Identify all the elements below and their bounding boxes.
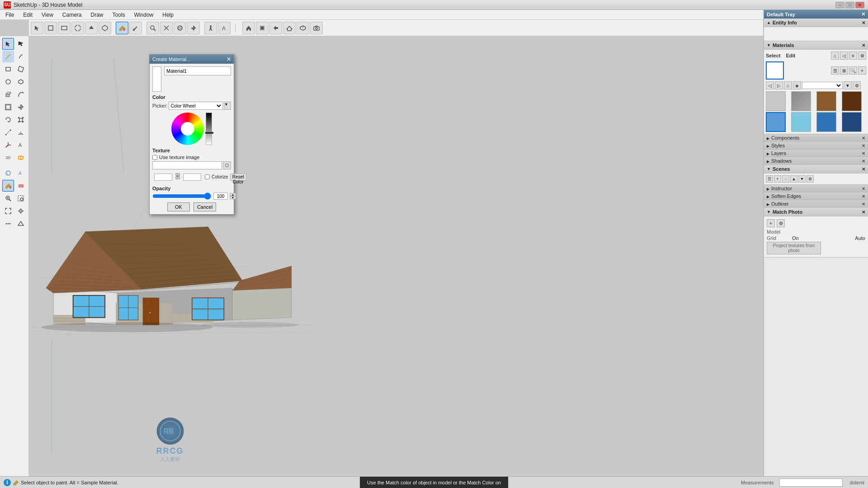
tool-followme[interactable] <box>15 89 27 100</box>
styles-close[interactable]: ✕ <box>862 143 865 148</box>
tool-3d[interactable] <box>99 22 111 34</box>
swatch-default[interactable] <box>766 91 786 111</box>
mat-details[interactable]: ⚙ <box>853 81 861 89</box>
tool-scale[interactable] <box>15 114 27 126</box>
menu-draw[interactable]: Draw <box>87 11 107 19</box>
instructor-section[interactable]: Instructor ✕ <box>764 185 868 192</box>
texture-browse-btn[interactable] <box>223 161 231 169</box>
entity-info-close[interactable]: ✕ <box>862 20 865 25</box>
saturation-bar[interactable] <box>206 113 212 145</box>
menu-help[interactable]: Help <box>159 11 177 19</box>
measurements-input[interactable] <box>779 479 843 487</box>
tool-select2[interactable] <box>44 22 57 34</box>
scene-add-btn[interactable]: + <box>774 175 781 183</box>
scenes-header[interactable]: ▼ Scenes ✕ <box>764 165 868 174</box>
tool-polygon[interactable] <box>15 76 27 88</box>
materials-close[interactable]: ✕ <box>862 43 865 48</box>
styles-section[interactable]: Styles ✕ <box>764 142 868 150</box>
texture-height-input[interactable] <box>183 174 201 181</box>
swatch-darkbrown[interactable] <box>842 91 862 111</box>
swatch-lightblue[interactable] <box>791 112 811 132</box>
colorize-checkbox[interactable] <box>205 174 210 179</box>
tool-offset[interactable] <box>2 101 14 113</box>
tool-more2[interactable] <box>15 218 27 230</box>
tool-component1[interactable]: i <box>2 167 14 179</box>
opacity-down-btn[interactable]: ▼ <box>230 196 236 199</box>
tool-text2[interactable]: A <box>15 139 27 151</box>
tool-rotate2[interactable] <box>2 114 14 126</box>
mp-settings-btn[interactable]: ⚙ <box>777 219 785 227</box>
scene-minus-btn[interactable]: - <box>782 175 789 183</box>
tool-cut[interactable] <box>160 22 173 34</box>
tool-pencil2[interactable] <box>15 51 27 62</box>
menu-camera[interactable]: Camera <box>59 11 85 19</box>
tool-zoom2[interactable] <box>2 192 14 204</box>
scene-down-btn[interactable]: ▼ <box>798 175 806 183</box>
instructor-close[interactable]: ✕ <box>862 186 865 191</box>
entity-info-header[interactable]: ▲ Entity Info ✕ <box>764 19 868 27</box>
opacity-up-btn[interactable]: ▲ <box>230 193 236 196</box>
outliner-section[interactable]: Outliner ✕ <box>764 200 868 208</box>
scene-up-btn[interactable]: ▲ <box>790 175 797 183</box>
tool-paint2[interactable] <box>2 180 14 192</box>
tool-protractor[interactable] <box>15 127 27 138</box>
maximize-button[interactable]: □ <box>845 2 854 8</box>
mat-arrow-right[interactable]: ▷ <box>775 81 783 89</box>
mat-grid-btn[interactable]: ⊞ <box>840 66 848 75</box>
nav-camera[interactable] <box>310 22 323 34</box>
tool-section[interactable] <box>15 152 27 164</box>
swatch-gray[interactable] <box>791 91 811 111</box>
tool-rotate-rect[interactable] <box>15 63 27 75</box>
tool-pencil1[interactable] <box>2 51 14 62</box>
mat-list-btn[interactable]: ☰ <box>831 66 839 75</box>
menu-file[interactable]: File <box>2 11 18 19</box>
tool-erase[interactable] <box>15 180 27 192</box>
mat-search-btn[interactable]: 🔍 <box>849 66 857 75</box>
tool-arrow2[interactable] <box>15 38 27 50</box>
tool-more1[interactable] <box>2 218 14 230</box>
menu-view[interactable]: View <box>38 11 57 19</box>
scenes-close[interactable]: ✕ <box>862 167 865 172</box>
color-wheel[interactable] <box>171 113 204 145</box>
tool-axes[interactable] <box>2 139 14 151</box>
layers-section[interactable]: Layers ✕ <box>764 150 868 157</box>
cancel-button[interactable]: Cancel <box>193 202 216 211</box>
picker-options-btn[interactable]: ▼ <box>224 102 231 110</box>
tool-orbit[interactable] <box>174 22 186 34</box>
minimize-button[interactable]: – <box>835 2 844 8</box>
mat-detail-btn[interactable]: ≡ <box>849 52 857 60</box>
components-section[interactable]: Components ✕ <box>764 134 868 142</box>
tool-text[interactable]: A <box>218 22 231 34</box>
mp-project-btn[interactable]: Project textures from photo <box>767 242 821 254</box>
tool-pan[interactable] <box>187 22 200 34</box>
outliner-close[interactable]: ✕ <box>862 202 865 206</box>
tool-paint[interactable] <box>116 22 128 34</box>
match-photo-header[interactable]: ▼ Match Photo ✕ <box>764 208 868 216</box>
tool-tape[interactable] <box>2 127 14 138</box>
tool-zoom[interactable] <box>146 22 159 34</box>
tool-select[interactable] <box>31 22 43 34</box>
tool-zoom-extents[interactable] <box>2 205 14 217</box>
tool-rect2[interactable] <box>2 63 14 75</box>
mat-dropdown[interactable]: ▼ <box>844 81 852 89</box>
mat-home-btn[interactable]: ⌂ <box>831 52 839 60</box>
mat-name-input[interactable]: Material1 <box>164 66 231 75</box>
nav-front[interactable] <box>256 22 269 34</box>
swatch-blue1[interactable] <box>766 112 786 132</box>
soften-close[interactable]: ✕ <box>862 194 865 199</box>
tool-lookat[interactable] <box>15 205 27 217</box>
create-material-dialog[interactable]: Create Material... ✕ Material1 Color Pic… <box>149 54 234 215</box>
mp-add-btn[interactable]: + <box>767 219 775 227</box>
ok-button[interactable]: OK <box>167 202 190 211</box>
dialog-close-button[interactable]: ✕ <box>226 56 231 62</box>
mat-home2[interactable]: ⌂ <box>784 81 792 89</box>
texture-path-input[interactable] <box>152 161 222 169</box>
shadows-close[interactable]: ✕ <box>862 159 865 164</box>
mat-arrow-left[interactable]: ◁ <box>766 81 774 89</box>
materials-header[interactable]: ▼ Materials ✕ <box>764 41 868 50</box>
mat-back-btn[interactable]: ◁ <box>840 52 848 60</box>
tool-pushpull[interactable] <box>85 22 98 34</box>
tool-eyedropper[interactable] <box>129 22 142 34</box>
opacity-value-input[interactable]: 100 <box>213 192 228 200</box>
soften-edges-section[interactable]: Soften Edges ✕ <box>764 192 868 200</box>
